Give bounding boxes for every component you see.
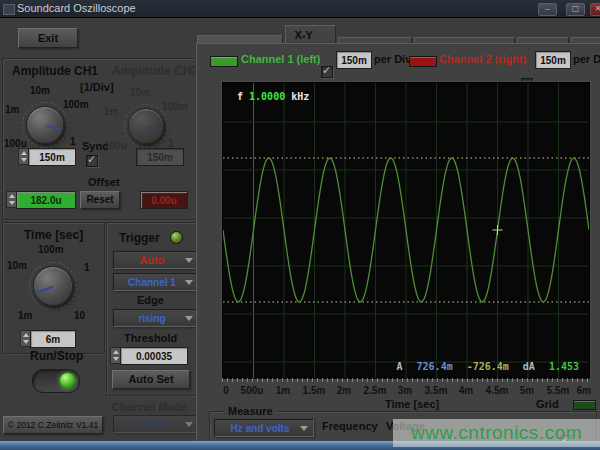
x-tick: 1m [276, 385, 290, 396]
copyright-label: © 2012 C.Zeitnitz V1.41 [3, 416, 103, 434]
exit-button[interactable]: Exit [18, 28, 78, 48]
measure-mode-dropdown[interactable]: Hz and volts [214, 419, 314, 437]
ch2-scale-1m: 1m [104, 106, 118, 117]
amplitude-ch1-knob[interactable] [26, 106, 64, 144]
channel1-per-div-value[interactable]: 150m [336, 51, 372, 69]
ch1-scale-1m: 1m [5, 104, 19, 115]
ch1-amplitude-value[interactable]: 150m [28, 148, 76, 166]
ch1-scale-100m: 100m [63, 99, 89, 110]
x-tick: 5.5m [547, 385, 570, 396]
trigger-mode-dropdown[interactable]: Auto [113, 251, 199, 269]
grid-label: Grid [536, 398, 559, 410]
waveform-plot [223, 83, 589, 378]
channel1-color-swatch[interactable] [210, 56, 238, 67]
chevron-down-icon [300, 426, 308, 431]
x-axis-ruler [222, 378, 588, 382]
knob-needle [45, 125, 62, 130]
threshold-label: Threshold [124, 332, 177, 344]
channel-mode-label: Channel Mode [112, 401, 187, 413]
measure-mode-value: Hz and volts [231, 423, 290, 434]
x-tick: 0 [223, 385, 229, 396]
time-scale-1: 1 [84, 262, 90, 273]
offset-ch1-value[interactable]: 182.0u [16, 191, 76, 209]
freq-unit: kHz [291, 91, 309, 102]
run-stop-toggle[interactable] [32, 369, 80, 393]
x-axis-ticks: 0 500u 1m 1.5m 2m 2.5m 3m 3.5m 4m 4.5m 5… [222, 385, 588, 397]
threshold-value[interactable]: 0.00035 [120, 347, 188, 365]
sync-checkbox[interactable] [86, 155, 98, 167]
ch2-scale-10m: 10m [130, 87, 150, 98]
time-value[interactable]: 6m [30, 330, 76, 348]
offset-ch2-value[interactable]: 0.00u [140, 191, 188, 209]
x-tick: 500u [241, 385, 264, 396]
trigger-source-dropdown[interactable]: Channel 1 [113, 273, 199, 291]
cursor-readout: A 726.4m -726.4m dA 1.453 [397, 361, 579, 372]
x-tick: 4m [459, 385, 473, 396]
trigger-source-value: Channel 1 [128, 277, 176, 288]
frequency-readout: f 1.0000 kHz [237, 91, 309, 102]
channel1-label: Channel 1 (left) [241, 53, 320, 65]
time-knob[interactable] [33, 266, 73, 306]
run-indicator [60, 373, 75, 388]
close-icon: ✕ [591, 4, 600, 14]
cursor-da-label: dA [523, 361, 535, 372]
knob-needle [146, 126, 162, 130]
ch2-scale-100m: 100m [162, 101, 188, 112]
run-stop-label: Run/Stop [30, 349, 83, 363]
freq-value: 1.0000 [249, 91, 285, 102]
chevron-down-icon [185, 422, 193, 427]
cursor-lower-value: -726.4m [467, 361, 509, 372]
x-axis-title: Time [sec] [385, 398, 439, 410]
trigger-edge-value: rising [138, 313, 165, 324]
offset-reset-button[interactable]: Reset [80, 191, 120, 209]
app-icon [3, 4, 15, 15]
x-tick: 2m [337, 385, 351, 396]
channel2-per-div-value[interactable]: 150m [535, 51, 571, 69]
close-button[interactable]: ✕ [590, 3, 600, 16]
channel1-enable-checkbox[interactable] [321, 66, 333, 78]
x-tick: 1.5m [303, 385, 326, 396]
x-tick: 5m [520, 385, 534, 396]
trigger-mode-value: Auto [139, 254, 164, 266]
amplitude-unit-label: [1/Div] [80, 81, 114, 93]
channel2-label: Channel 2 (right) [439, 53, 526, 65]
amplitude-ch2-title: Amplitude CH2 [112, 64, 198, 78]
oscilloscope-display[interactable]: f 1.0000 kHz A 726.4m -726.4m dA 1.453 [222, 82, 590, 379]
cursor-delta-value: 1.453 [549, 361, 579, 372]
minimize-button[interactable]: – [538, 3, 557, 16]
per-div-label-1: per Div [374, 53, 411, 65]
time-title: Time [sec] [24, 228, 83, 242]
grid-color-swatch[interactable] [573, 400, 596, 410]
offset-label: Offset [88, 176, 120, 188]
ch1-scale-1: 1 [70, 136, 76, 147]
auto-set-button[interactable]: Auto Set [112, 370, 190, 389]
maximize-button[interactable]: ▢ [566, 3, 585, 16]
trigger-title: Trigger [119, 231, 160, 245]
x-tick: 6m [577, 385, 591, 396]
sync-label: Sync [82, 140, 108, 152]
x-tick: 4.5m [486, 385, 509, 396]
per-div-label-2: per Div [573, 53, 600, 65]
trigger-led [170, 231, 183, 244]
frequency-label: Frequency [322, 420, 378, 432]
time-scale-1m: 1m [18, 310, 32, 321]
ch1-scale-10m: 10m [30, 85, 50, 96]
channel2-color-swatch[interactable] [409, 56, 437, 67]
measure-title: Measure [224, 405, 277, 417]
channel-mode-dropdown[interactable]: single [113, 415, 199, 433]
channel-mode-value: single [138, 419, 167, 430]
watermark: www.cntronics.com [393, 419, 600, 447]
app-window: Soundcard Oszilloscope – ▢ ✕ Exit Amplit… [0, 0, 600, 450]
knob-needle [36, 286, 53, 293]
amplitude-ch1-title: Amplitude CH1 [12, 64, 98, 78]
trigger-edge-dropdown[interactable]: rising [113, 309, 199, 327]
amplitude-ch2-knob[interactable] [128, 108, 164, 144]
chevron-down-icon [185, 316, 193, 321]
time-scale-100m: 100m [38, 244, 64, 255]
freq-prefix: f [237, 91, 243, 102]
minimize-icon: – [539, 4, 556, 14]
x-tick: 3.5m [425, 385, 448, 396]
window-title: Soundcard Oszilloscope [17, 2, 136, 14]
chevron-down-icon [185, 280, 193, 285]
ch2-amplitude-value[interactable]: 150m [136, 148, 184, 166]
